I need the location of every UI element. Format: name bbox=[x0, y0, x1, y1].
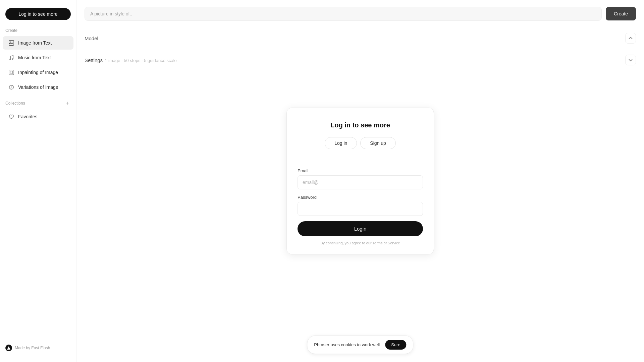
svg-rect-5 bbox=[10, 71, 12, 73]
sidebar-item-music-from-text[interactable]: Music from Text bbox=[3, 51, 73, 64]
modal-login-tab[interactable]: Log in bbox=[325, 137, 357, 149]
login-top-button[interactable]: Log in to see more bbox=[5, 8, 71, 20]
email-input[interactable] bbox=[298, 175, 423, 189]
sidebar-item-label: Image from Text bbox=[18, 40, 52, 46]
login-modal: Log in to see more Log in Sign up Email … bbox=[286, 108, 434, 254]
email-label: Email bbox=[298, 168, 423, 173]
svg-rect-4 bbox=[9, 70, 14, 75]
sidebar-item-favorites[interactable]: Favorites bbox=[3, 110, 73, 123]
modal-title: Log in to see more bbox=[298, 121, 423, 129]
sidebar-item-image-from-text[interactable]: Image from Text bbox=[3, 36, 73, 50]
modal-auth-buttons: Log in Sign up bbox=[298, 137, 423, 149]
sidebar-item-label: Variations of Image bbox=[18, 84, 58, 90]
sidebar-footer: Made by Fast Flash bbox=[0, 339, 76, 357]
svg-point-1 bbox=[10, 42, 11, 43]
modal-submit-button[interactable]: Login bbox=[298, 221, 423, 236]
modal-divider bbox=[298, 160, 423, 160]
collections-label: Collections bbox=[5, 101, 25, 106]
sidebar-item-label: Inpainting of Image bbox=[18, 70, 58, 75]
sidebar-item-variations-of-image[interactable]: Variations of Image bbox=[3, 80, 73, 94]
music-icon bbox=[8, 54, 15, 61]
password-label: Password bbox=[298, 195, 423, 200]
brand-text: Made by Fast Flash bbox=[15, 346, 50, 350]
modal-signup-tab[interactable]: Sign up bbox=[360, 137, 395, 149]
create-section-label: Create bbox=[0, 28, 76, 36]
modal-terms: By continuing, you agree to our Terms of… bbox=[298, 240, 423, 246]
variations-icon bbox=[8, 84, 15, 90]
svg-point-3 bbox=[12, 58, 13, 60]
cookie-text: Phraser uses cookies to work well bbox=[314, 342, 380, 347]
collections-add-button[interactable]: + bbox=[64, 100, 71, 107]
sidebar-item-inpainting-of-image[interactable]: Inpainting of Image bbox=[3, 66, 73, 79]
brand-icon bbox=[5, 345, 12, 351]
password-input[interactable] bbox=[298, 202, 423, 216]
svg-point-2 bbox=[9, 59, 11, 60]
cookie-banner: Phraser uses cookies to work well Sure bbox=[307, 336, 413, 354]
sidebar-item-label: Favorites bbox=[18, 114, 38, 119]
sidebar: Log in to see more Create Image from Tex… bbox=[0, 0, 76, 362]
sidebar-item-label: Music from Text bbox=[18, 55, 51, 60]
inpaint-icon bbox=[8, 69, 15, 76]
svg-rect-0 bbox=[9, 41, 14, 45]
main-content: Create Model Settings 1 image · 50 steps… bbox=[76, 0, 644, 362]
cookie-sure-button[interactable]: Sure bbox=[385, 340, 406, 350]
svg-marker-7 bbox=[7, 346, 10, 350]
image-icon bbox=[8, 40, 15, 46]
heart-icon bbox=[8, 113, 15, 120]
login-modal-overlay: Log in to see more Log in Sign up Email … bbox=[76, 0, 644, 362]
collections-header: Collections + bbox=[0, 97, 76, 109]
